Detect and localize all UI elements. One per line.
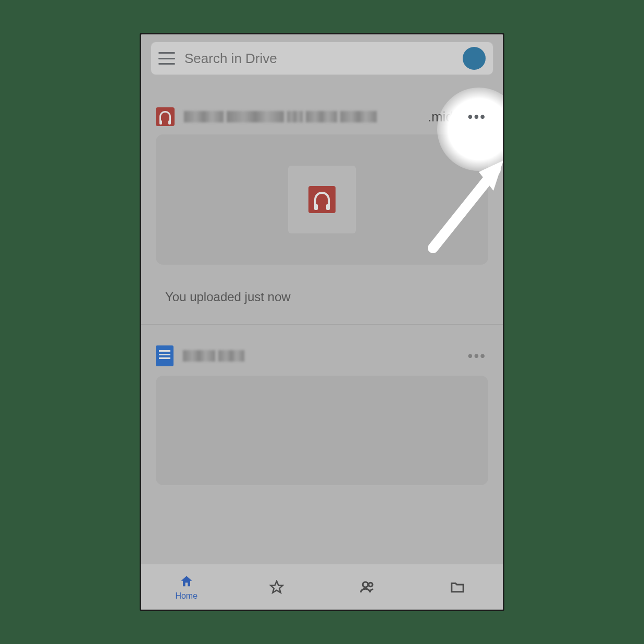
- nav-starred[interactable]: [232, 564, 323, 610]
- file-name-redacted: [184, 110, 418, 123]
- more-icon[interactable]: •••: [466, 108, 488, 125]
- nav-home[interactable]: Home: [141, 564, 232, 610]
- bottom-nav: Home: [141, 564, 503, 610]
- nav-files[interactable]: [413, 564, 503, 610]
- more-icon[interactable]: •••: [466, 348, 488, 364]
- search-bar[interactable]: Search in Drive: [151, 42, 493, 75]
- upload-status: You uploaded just now: [151, 265, 493, 324]
- file-name-redacted: [183, 349, 315, 363]
- svg-point-2: [368, 583, 373, 587]
- svg-marker-0: [271, 581, 283, 592]
- nav-home-label: Home: [175, 591, 197, 601]
- document-icon: [156, 345, 174, 366]
- file-preview[interactable]: [156, 376, 488, 485]
- file-extension: .midi: [428, 109, 456, 125]
- headphones-icon: [156, 107, 175, 126]
- nav-shared[interactable]: [322, 564, 413, 610]
- file-list: .midi ••• You uploaded just now: [141, 75, 503, 485]
- headphones-icon: [308, 186, 336, 213]
- file-item-doc[interactable]: •••: [141, 325, 503, 485]
- home-icon: [179, 574, 194, 589]
- svg-point-1: [363, 582, 368, 587]
- app-screen: Search in Drive .midi •••: [140, 33, 504, 611]
- file-item-midi[interactable]: .midi ••• You uploaded just now: [141, 75, 503, 324]
- search-input[interactable]: Search in Drive: [184, 51, 453, 67]
- profile-avatar-icon[interactable]: [463, 47, 486, 70]
- folder-icon: [450, 579, 465, 595]
- preview-placeholder: [288, 166, 356, 233]
- file-preview[interactable]: [156, 134, 488, 265]
- menu-icon[interactable]: [158, 52, 175, 65]
- people-icon: [360, 579, 375, 595]
- star-icon: [269, 579, 284, 595]
